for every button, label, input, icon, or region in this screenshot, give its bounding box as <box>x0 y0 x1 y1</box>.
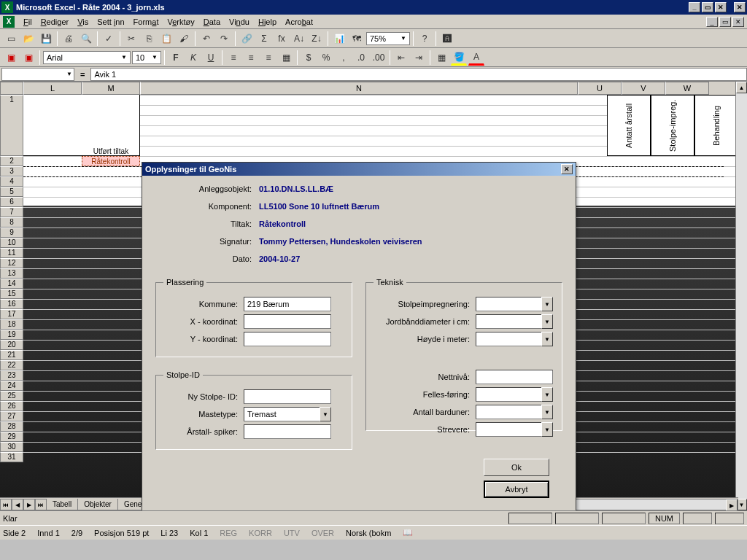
sheet-tab[interactable]: Objekter <box>77 499 118 510</box>
row-header[interactable]: 31 <box>0 452 23 462</box>
formula-input[interactable]: Avik 1 <box>90 68 747 81</box>
cut-icon[interactable]: ✂ <box>123 31 139 47</box>
redo-icon[interactable]: ↷ <box>216 31 232 47</box>
menu-vis[interactable]: Vis <box>73 18 93 26</box>
row-header[interactable]: 25 <box>0 391 23 401</box>
col-header-u[interactable]: U <box>578 82 622 95</box>
pdf-icon[interactable]: ▣ <box>3 50 19 66</box>
sheet-tab[interactable]: Tabell <box>46 499 78 510</box>
barduner-combo[interactable]: ▼ <box>476 405 553 419</box>
italic-icon[interactable]: K <box>185 50 201 66</box>
row-header[interactable]: 6 <box>0 197 23 207</box>
kommune-input[interactable] <box>244 297 331 311</box>
format-painter-icon[interactable]: 🖌 <box>176 31 192 47</box>
menu-rediger[interactable]: Rediger <box>36 18 74 26</box>
row-header[interactable]: 4 <box>0 176 23 187</box>
menu-verktoy[interactable]: Verktøy <box>163 18 198 26</box>
acrobat-icon[interactable]: 🅰 <box>439 31 455 47</box>
chevron-down-icon[interactable]: ▼ <box>541 387 553 402</box>
col-header-n[interactable]: N <box>140 82 578 95</box>
ok-button[interactable]: Ok <box>484 459 549 476</box>
borders-icon[interactable]: ▦ <box>433 50 449 66</box>
sort-asc-icon[interactable]: A↓ <box>291 31 307 47</box>
row-header[interactable]: 18 <box>0 319 23 330</box>
save-icon[interactable]: 💾 <box>38 31 54 47</box>
font-size-combo[interactable]: 10▼ <box>132 51 161 64</box>
menu-data[interactable]: Data <box>199 18 225 26</box>
row-header[interactable]: 5 <box>0 187 23 197</box>
row-header[interactable]: 20 <box>0 340 23 350</box>
row-header[interactable]: 23 <box>0 370 23 381</box>
row-header[interactable]: 29 <box>0 432 23 442</box>
avbryt-button[interactable]: Avbryt <box>484 481 549 498</box>
menu-fil[interactable]: Fil <box>19 18 36 26</box>
row-header[interactable]: 3 <box>0 166 23 176</box>
xkoord-input[interactable] <box>244 314 331 329</box>
row-header[interactable]: 8 <box>0 217 23 228</box>
chevron-down-icon[interactable]: ▼ <box>320 407 331 421</box>
new-icon[interactable]: ▭ <box>3 31 19 47</box>
row-header[interactable]: 21 <box>0 350 23 360</box>
row-header[interactable]: 22 <box>0 360 23 370</box>
cell-m1[interactable]: Utført tiltak <box>82 146 140 156</box>
row-header[interactable]: 2 <box>0 156 23 166</box>
link-icon[interactable]: 🔗 <box>239 31 255 47</box>
minimize-button[interactable]: _ <box>689 2 700 12</box>
arstall-input[interactable] <box>244 424 331 439</box>
row-header[interactable]: 13 <box>0 268 23 279</box>
align-right-icon[interactable]: ≡ <box>260 50 276 66</box>
paste-icon[interactable]: 📋 <box>158 31 174 47</box>
zoom-combo[interactable]: 75%▼ <box>366 32 410 45</box>
cell-m2[interactable]: Råtekontroll <box>82 156 140 166</box>
book-icon[interactable]: 📖 <box>403 528 413 537</box>
row-header[interactable]: 30 <box>0 442 23 452</box>
nettniva-input[interactable] <box>476 370 553 384</box>
preview-icon[interactable]: 🔍 <box>78 31 94 47</box>
open-icon[interactable]: 📂 <box>20 31 36 47</box>
doc-minimize-button[interactable]: _ <box>706 17 718 27</box>
scroll-up-icon[interactable]: ▲ <box>736 82 747 93</box>
col-header-l[interactable]: L <box>23 82 82 95</box>
row-header[interactable]: 7 <box>0 207 23 217</box>
doc-icon[interactable]: X <box>3 16 15 28</box>
percent-icon[interactable]: % <box>318 50 334 66</box>
vertical-scrollbar[interactable]: ▲ ▼ <box>735 82 747 510</box>
chevron-down-icon[interactable]: ▼ <box>541 422 553 437</box>
menu-hjelp[interactable]: Hjelp <box>254 18 281 26</box>
inc-indent-icon[interactable]: ⇥ <box>411 50 427 66</box>
col-header-v[interactable]: V <box>622 82 665 95</box>
row-header[interactable]: 16 <box>0 299 23 309</box>
doc-close-button[interactable]: ✕ <box>732 17 744 27</box>
nystolpe-input[interactable] <box>244 389 331 404</box>
ykoord-input[interactable] <box>244 332 331 346</box>
row-header[interactable]: 14 <box>0 279 23 289</box>
dec-indent-icon[interactable]: ⇤ <box>393 50 409 66</box>
map-icon[interactable]: 🗺 <box>349 31 365 47</box>
align-left-icon[interactable]: ≡ <box>225 50 241 66</box>
menu-acrobat[interactable]: Acrobat <box>281 18 317 26</box>
fill-color-icon[interactable]: 🪣 <box>451 50 467 66</box>
dialog-close-button[interactable]: ✕ <box>561 164 573 174</box>
chart-icon[interactable]: 📊 <box>331 31 347 47</box>
font-color-icon[interactable]: A <box>468 50 484 66</box>
row-header[interactable]: 17 <box>0 309 23 319</box>
menu-vindu[interactable]: Vindu <box>225 18 254 26</box>
row-header[interactable]: 12 <box>0 258 23 268</box>
row-header[interactable]: 10 <box>0 238 23 248</box>
tab-prev-icon[interactable]: ◀ <box>12 499 23 510</box>
felles-combo[interactable]: ▼ <box>476 387 553 402</box>
underline-icon[interactable]: U <box>203 50 219 66</box>
mastetype-combo[interactable]: ▼ <box>244 407 331 421</box>
inc-decimal-icon[interactable]: .0 <box>353 50 369 66</box>
menu-format[interactable]: Format <box>129 18 163 26</box>
stolpeimp-combo[interactable]: ▼ <box>476 297 553 311</box>
tab-last-icon[interactable]: ⏭ <box>35 499 47 510</box>
row-header[interactable]: 24 <box>0 381 23 391</box>
undo-icon[interactable]: ↶ <box>198 31 214 47</box>
chevron-down-icon[interactable]: ▼ <box>541 332 553 346</box>
secondary-close-button[interactable]: ✕ <box>734 2 746 12</box>
tab-next-icon[interactable]: ▶ <box>23 499 35 510</box>
dec-decimal-icon[interactable]: .00 <box>371 50 387 66</box>
font-name-combo[interactable]: Arial▼ <box>43 51 131 64</box>
col-header-w[interactable]: W <box>665 82 709 95</box>
